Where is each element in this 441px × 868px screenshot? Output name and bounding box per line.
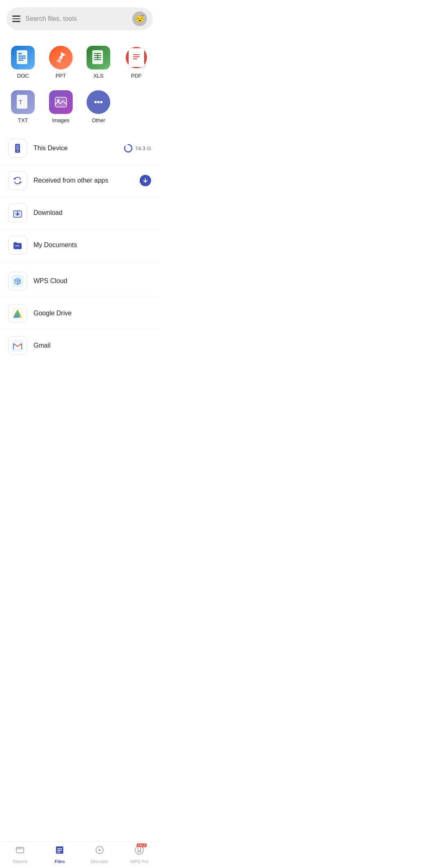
other-label: Other (92, 117, 105, 123)
wps-cloud-label: WPS Cloud (33, 277, 151, 285)
svg-rect-11 (97, 53, 98, 60)
this-device-label: This Device (33, 145, 124, 152)
svg-rect-3 (18, 60, 23, 61)
google-drive-icon-wrap (8, 304, 27, 323)
download-arrow-icon (143, 178, 148, 183)
images-icon (53, 95, 68, 109)
storage-item-my-documents[interactable]: My Documents (0, 229, 159, 261)
avatar[interactable]: 😴 (132, 11, 147, 26)
download-label: Download (33, 209, 151, 216)
search-input[interactable]: Search files, tools (25, 15, 127, 22)
my-documents-icon-wrap (8, 236, 27, 254)
txt-icon: T (16, 94, 30, 110)
txt-label: TXT (18, 117, 28, 123)
storage-size: 74.3 G (135, 145, 151, 152)
svg-rect-2 (18, 58, 26, 59)
phone-icon (12, 143, 23, 154)
svg-rect-0 (17, 50, 27, 64)
svg-rect-13 (133, 56, 140, 57)
wps-cloud-icon-wrap (8, 272, 27, 290)
search-bar[interactable]: Search files, tools 😴 (7, 7, 153, 30)
doc-icon (16, 50, 30, 65)
storage-list: This Device 74.3 G Received f (0, 131, 159, 363)
storage-item-download[interactable]: Download (0, 197, 159, 229)
folder-icon (12, 240, 23, 250)
gmail-icon-wrap (8, 336, 27, 355)
file-type-other[interactable]: Other (80, 86, 118, 127)
svg-point-5 (59, 56, 62, 59)
doc-label: DOC (17, 73, 29, 79)
received-download-badge (140, 175, 151, 186)
ppt-label: PPT (56, 73, 66, 79)
file-type-ppt[interactable]: PPT (42, 42, 80, 83)
storage-item-received[interactable]: Received from other apps (0, 165, 159, 197)
wps-cloud-icon (11, 275, 24, 287)
storage-item-this-device[interactable]: This Device 74.3 G (0, 132, 159, 165)
file-type-grid: DOC PPT (0, 34, 159, 86)
svg-text:T: T (19, 99, 22, 105)
menu-icon[interactable] (12, 16, 20, 22)
svg-rect-24 (16, 145, 19, 150)
svg-point-25 (17, 151, 18, 152)
gmail-icon (11, 339, 24, 352)
google-drive-label: Google Drive (33, 310, 151, 317)
svg-rect-30 (15, 245, 19, 246)
download-folder-icon (12, 208, 23, 218)
pdf-label: PDF (131, 73, 142, 79)
svg-point-21 (97, 101, 100, 103)
gmail-label: Gmail (33, 342, 151, 349)
svg-point-19 (57, 99, 60, 102)
storage-item-google-drive[interactable]: Google Drive (0, 297, 159, 330)
svg-point-22 (100, 101, 102, 103)
file-type-grid-row2: T TXT Images (0, 86, 159, 131)
file-type-xls[interactable]: XLS (80, 42, 118, 83)
google-drive-icon (11, 307, 24, 319)
svg-rect-4 (18, 53, 22, 54)
received-icon-wrap (8, 171, 27, 190)
file-type-images[interactable]: Images (42, 86, 80, 127)
download-icon-wrap (8, 203, 27, 222)
file-type-pdf[interactable]: PDF (118, 42, 156, 83)
svg-point-20 (94, 101, 97, 103)
received-icon (12, 175, 23, 186)
storage-item-wps-cloud[interactable]: WPS Cloud (0, 265, 159, 297)
svg-rect-14 (133, 58, 137, 59)
my-documents-label: My Documents (33, 241, 151, 249)
ppt-icon (53, 50, 68, 65)
other-icon (91, 95, 106, 109)
svg-rect-12 (133, 54, 140, 55)
storage-progress-ring (124, 144, 133, 153)
file-type-doc[interactable]: DOC (4, 42, 42, 83)
xls-label: XLS (94, 73, 104, 79)
received-label: Received from other apps (33, 177, 140, 184)
svg-rect-17 (55, 97, 67, 107)
file-type-txt[interactable]: T TXT (4, 86, 42, 127)
images-label: Images (52, 117, 69, 123)
svg-rect-1 (18, 56, 26, 57)
xls-icon (91, 50, 105, 65)
this-device-icon-wrap (8, 139, 27, 158)
this-device-badge: 74.3 G (124, 144, 151, 153)
storage-item-gmail[interactable]: Gmail (0, 330, 159, 361)
